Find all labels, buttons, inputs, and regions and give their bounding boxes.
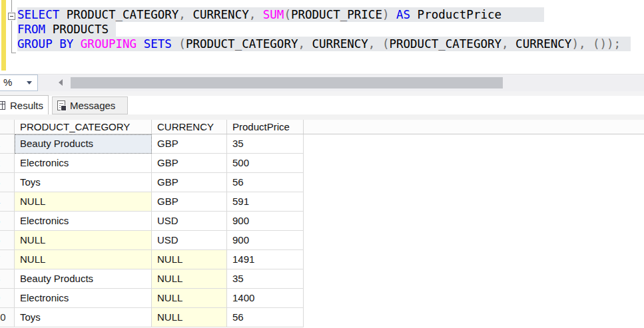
outline-line [11, 21, 12, 53]
row-header-8[interactable]: 8 [0, 269, 15, 289]
grid-cell-focused[interactable]: Beauty Products [15, 134, 152, 154]
grid-cell[interactable]: 35 [227, 134, 304, 154]
grid-cell[interactable]: GBP [152, 173, 227, 192]
grid-cell[interactable]: USD [152, 212, 227, 231]
grid-corner-cell[interactable] [0, 120, 15, 134]
sql-token-id: PRODUCT_CATEGORY [67, 8, 179, 21]
chevron-down-icon [27, 81, 32, 84]
table-row: 8Beauty ProductsNULL35 [0, 269, 304, 289]
grid-cell[interactable]: 56 [227, 308, 304, 327]
results-grid: 1Beauty ProductsGBP352ElectronicsGBP5003… [0, 134, 304, 327]
sql-token-fn: GROUPING [81, 37, 137, 51]
row-header-7[interactable]: 7 [0, 250, 15, 269]
sql-token-pn: , [249, 8, 263, 21]
sql-code-line-2[interactable]: FROM PRODUCTS [17, 22, 631, 37]
row-header-9[interactable]: 9 [0, 289, 15, 308]
sql-token-kw: AS [396, 8, 418, 21]
sql-code[interactable]: SELECT PRODUCT_CATEGORY, CURRENCY, SUM(P… [17, 7, 631, 51]
row-header-1[interactable]: 1 [0, 134, 15, 154]
grid-cell[interactable]: 56 [227, 173, 304, 192]
row-header-3[interactable]: 3 [0, 173, 15, 192]
table-row: 4NULLGBP591 [0, 192, 304, 212]
sql-token-pn: ( [178, 37, 186, 51]
zoom-percent-label: % [3, 77, 12, 88]
sql-token-kw: SELECT [17, 8, 67, 21]
grid-cell[interactable]: GBP [152, 192, 227, 212]
sql-token-fn: SUM [263, 8, 284, 21]
tab-results-label: Results [10, 100, 43, 111]
editor-bottom-bar: % [0, 74, 644, 91]
grid-cell[interactable]: USD [152, 231, 227, 250]
grid-cell[interactable]: GBP [152, 154, 227, 173]
ssms-window: SELECT PRODUCT_CATEGORY, CURRENCY, SUM(P… [0, 0, 644, 328]
results-grid-icon [0, 101, 5, 110]
grid-cell[interactable]: NULL [15, 192, 152, 212]
sql-token-id: ProductPrice [418, 8, 501, 21]
grid-cell[interactable]: Toys [15, 308, 152, 327]
grid-cell[interactable]: NULL [152, 289, 227, 308]
row-header-6[interactable]: 6 [0, 231, 15, 250]
grid-cell[interactable]: GBP [152, 134, 227, 154]
sql-token-pn: , [298, 37, 312, 51]
column-header-PRODUCT_CATEGORY[interactable]: PRODUCT_CATEGORY [15, 120, 152, 134]
outline-line [11, 0, 12, 12]
divider [0, 91, 644, 96]
divider [0, 114, 644, 120]
sql-editor[interactable]: SELECT PRODUCT_CATEGORY, CURRENCY, SUM(P… [0, 0, 644, 73]
grid-cell[interactable]: 1491 [227, 250, 304, 269]
grid-cell[interactable]: Toys [15, 173, 152, 192]
sql-token-kw: FROM [17, 23, 53, 36]
tab-messages[interactable]: Messages [52, 96, 128, 114]
messages-icon [57, 100, 65, 110]
sql-token-id: PRODUCTS [53, 23, 109, 36]
table-row: 1Beauty ProductsGBP35 [0, 134, 304, 154]
grid-cell[interactable]: NULL [15, 231, 152, 250]
sql-token-id: PRODUCT_CATEGORY [389, 37, 501, 51]
sql-token-pn: , [501, 37, 515, 51]
tab-messages-label: Messages [70, 100, 115, 111]
sql-code-line-1[interactable]: SELECT PRODUCT_CATEGORY, CURRENCY, SUM(P… [17, 7, 631, 22]
collapse-region-icon[interactable] [8, 13, 15, 20]
sql-token-pn: ) [382, 8, 396, 21]
editor-zoom-select[interactable]: % [0, 75, 38, 91]
column-header-filler [304, 120, 644, 134]
row-header-2[interactable]: 2 [0, 154, 15, 173]
outline-line-end [11, 53, 16, 53]
grid-cell[interactable]: Electronics [15, 289, 152, 308]
column-header-CURRENCY[interactable]: CURRENCY [152, 120, 227, 134]
grid-cell[interactable]: NULL [152, 269, 227, 289]
grid-cell[interactable]: 500 [227, 154, 304, 173]
row-header-5[interactable]: 5 [0, 212, 15, 231]
grid-cell[interactable]: 900 [227, 212, 304, 231]
grid-cell[interactable]: 35 [227, 269, 304, 289]
sql-token-pn: ), ()); [571, 37, 621, 51]
tab-results[interactable]: Results [0, 95, 49, 114]
grid-cell[interactable]: NULL [152, 308, 227, 327]
column-header-ProductPrice[interactable]: ProductPrice [227, 120, 304, 134]
grid-cell[interactable]: NULL [15, 250, 152, 269]
sql-token-pn: ( [284, 8, 291, 21]
sql-token-id: PRODUCT_CATEGORY [186, 37, 298, 51]
grid-cell[interactable]: Beauty Products [15, 269, 152, 289]
table-row: 7NULLNULL1491 [0, 250, 304, 269]
grid-cell[interactable]: Electronics [15, 154, 152, 173]
grid-cell[interactable]: 1400 [227, 289, 304, 308]
grid-cell[interactable]: 591 [227, 192, 304, 212]
row-header-4[interactable]: 4 [0, 192, 15, 212]
table-row: 9ElectronicsNULL1400 [0, 289, 304, 308]
sql-token-id: CURRENCY [312, 37, 368, 51]
sql-token-kw: SETS [137, 37, 178, 51]
table-row: 2ElectronicsGBP500 [0, 154, 304, 173]
grid-cell[interactable]: NULL [152, 250, 227, 269]
row-header-10[interactable]: 10 [0, 308, 15, 327]
grid-cell[interactable]: Electronics [15, 212, 152, 231]
sql-code-line-3[interactable]: GROUP BY GROUPING SETS (PRODUCT_CATEGORY… [17, 37, 631, 51]
sql-token-id: PRODUCT_PRICE [291, 8, 382, 21]
sql-token-id: CURRENCY [515, 37, 571, 51]
hscroll-thumb[interactable] [71, 77, 503, 88]
results-grid-header: PRODUCT_CATEGORYCURRENCYProductPrice [0, 120, 644, 134]
hscroll-left-arrow-icon[interactable] [56, 77, 67, 88]
sql-token-id: CURRENCY [192, 8, 248, 21]
table-row: 5ElectronicsUSD900 [0, 212, 304, 231]
grid-cell[interactable]: 900 [227, 231, 304, 250]
